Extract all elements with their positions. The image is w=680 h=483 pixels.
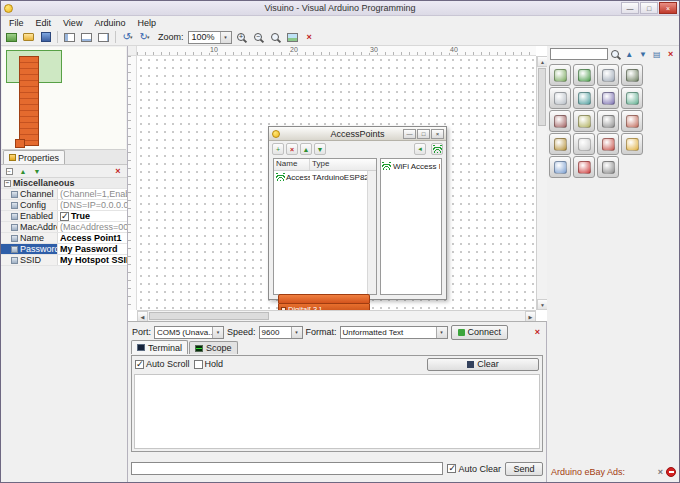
send-button[interactable]: Send: [505, 462, 543, 476]
zoom-out-icon[interactable]: −: [251, 30, 266, 44]
view-bottom-panel-icon[interactable]: [79, 30, 94, 44]
collapse-icon[interactable]: −: [4, 180, 11, 187]
property-row-macaddress[interactable]: MacAddress (MacAddress=00-0...: [1, 222, 127, 233]
view-left-panel-icon[interactable]: [62, 30, 77, 44]
chevron-down-icon[interactable]: ▾: [436, 327, 447, 338]
close-palette-icon[interactable]: ×: [664, 48, 677, 60]
scroll-right-icon[interactable]: ▶: [525, 311, 536, 321]
dialog-minimize-button[interactable]: —: [403, 129, 416, 139]
property-row-channel[interactable]: Channel (Channel=1,Enable...: [1, 189, 127, 200]
component-icon[interactable]: [621, 110, 643, 132]
component-icon[interactable]: [597, 110, 619, 132]
menu-arduino[interactable]: Arduino: [88, 18, 131, 28]
dialog-add-selected-icon[interactable]: ◂: [414, 143, 426, 155]
accesspoints-list[interactable]: Name Type Access ... TArduinoESP8266WiF.…: [273, 158, 377, 295]
property-category-row[interactable]: − Miscellaneous: [1, 178, 127, 189]
scrollbar-thumb[interactable]: [149, 312, 269, 320]
hold-checkbox[interactable]: [194, 360, 203, 369]
canvas-grid[interactable]: AccessPoints — □ × + × ▲ ▼ ◂: [137, 56, 536, 310]
component-icon[interactable]: [597, 133, 619, 155]
connect-button[interactable]: Connect: [451, 325, 509, 340]
menu-file[interactable]: File: [3, 18, 30, 28]
property-row-name[interactable]: Name Access Point1: [1, 233, 127, 244]
redo-icon[interactable]: ↻▾: [137, 30, 152, 44]
property-row-enabled[interactable]: Enabled True: [1, 211, 127, 222]
undo-icon[interactable]: ↺▾: [120, 30, 135, 44]
block-ads-icon[interactable]: [666, 467, 676, 477]
component-icon[interactable]: [549, 87, 571, 109]
zoom-combobox[interactable]: 100% ▾: [188, 31, 232, 44]
menu-view[interactable]: View: [57, 18, 88, 28]
menu-edit[interactable]: Edit: [30, 18, 58, 28]
delete-icon[interactable]: ×: [302, 30, 317, 44]
overview-map[interactable]: [2, 47, 126, 150]
dialog-move-down-icon[interactable]: ▼: [314, 143, 326, 155]
component-header[interactable]: [278, 294, 370, 304]
expand-all-icon[interactable]: ▲: [17, 166, 29, 177]
maximize-button[interactable]: □: [640, 2, 658, 14]
menu-help[interactable]: Help: [131, 18, 162, 28]
auto-clear-option[interactable]: Auto Clear: [447, 464, 501, 474]
close-properties-icon[interactable]: ×: [112, 166, 124, 177]
component-icon[interactable]: [621, 87, 643, 109]
terminal-output[interactable]: [134, 374, 540, 449]
search-input[interactable]: [550, 48, 608, 60]
column-type[interactable]: Type: [310, 159, 376, 170]
component-icon[interactable]: [621, 133, 643, 155]
auto-clear-checkbox[interactable]: [447, 464, 456, 473]
column-name[interactable]: Name: [274, 159, 310, 170]
screenshot-icon[interactable]: [285, 30, 300, 44]
auto-scroll-checkbox[interactable]: [135, 360, 144, 369]
hold-option[interactable]: Hold: [194, 359, 224, 369]
component-icon[interactable]: [549, 156, 571, 178]
collapse-all-icon[interactable]: ▼: [31, 166, 43, 177]
chevron-down-icon[interactable]: ▾: [212, 327, 223, 338]
component-icon[interactable]: [573, 156, 595, 178]
dialog-add-icon[interactable]: +: [272, 143, 284, 155]
tab-properties[interactable]: Properties: [3, 150, 65, 164]
component-icon[interactable]: [573, 64, 595, 86]
component-icon[interactable]: [573, 87, 595, 109]
property-row-password[interactable]: Password My Password: [1, 244, 127, 255]
filter-icon[interactable]: ▤: [650, 48, 663, 60]
scroll-up-icon[interactable]: ▲: [537, 56, 547, 67]
property-row-config[interactable]: Config (DNS=IP=0.0.0.0,E...: [1, 200, 127, 211]
open-icon[interactable]: [21, 30, 36, 44]
canvas-horizontal-scrollbar[interactable]: ◀ ▶: [137, 310, 536, 321]
close-ads-icon[interactable]: ×: [658, 467, 663, 477]
enabled-checkbox[interactable]: [60, 212, 69, 221]
send-input[interactable]: [131, 462, 443, 475]
dialog-wifi-icon[interactable]: [431, 143, 443, 155]
dialog-move-up-icon[interactable]: ▲: [300, 143, 312, 155]
component-icon[interactable]: [597, 87, 619, 109]
new-project-icon[interactable]: [4, 30, 19, 44]
scrollbar-thumb[interactable]: [538, 68, 546, 126]
dialog-delete-icon[interactable]: ×: [286, 143, 298, 155]
zoom-in-icon[interactable]: +: [234, 30, 249, 44]
close-comm-panel-icon[interactable]: ×: [535, 327, 540, 337]
chevron-down-icon[interactable]: ▾: [220, 32, 231, 43]
tab-terminal[interactable]: Terminal: [131, 340, 188, 354]
component-icon[interactable]: [549, 64, 571, 86]
expand-categories-icon[interactable]: ▲: [623, 48, 636, 60]
scroll-down-icon[interactable]: ▼: [537, 299, 547, 310]
format-select[interactable]: Unformatted Text ▾: [340, 326, 448, 339]
component-icon[interactable]: [573, 133, 595, 155]
dialog-close-button[interactable]: ×: [431, 129, 444, 139]
accesspoints-dialog[interactable]: AccessPoints — □ × + × ▲ ▼ ◂: [268, 126, 447, 300]
speed-select[interactable]: 9600 ▾: [259, 326, 303, 339]
port-select[interactable]: COM5 (Unava... ▾: [154, 326, 224, 339]
scroll-left-icon[interactable]: ◀: [137, 311, 148, 321]
categorize-icon[interactable]: −: [3, 166, 15, 177]
auto-scroll-option[interactable]: Auto Scroll: [135, 359, 190, 369]
component-icon[interactable]: [597, 64, 619, 86]
collapse-categories-icon[interactable]: ▼: [637, 48, 650, 60]
chevron-down-icon[interactable]: ▾: [291, 327, 302, 338]
available-type-item[interactable]: WiFi Access Point: [382, 160, 440, 172]
component-icon[interactable]: [549, 133, 571, 155]
property-row-ssid[interactable]: SSID My Hotspot SSID: [1, 255, 127, 266]
available-types-list[interactable]: WiFi Access Point: [380, 158, 442, 295]
dialog-title-bar[interactable]: AccessPoints — □ ×: [269, 127, 446, 141]
component-icon[interactable]: [597, 156, 619, 178]
component-icon[interactable]: [621, 64, 643, 86]
